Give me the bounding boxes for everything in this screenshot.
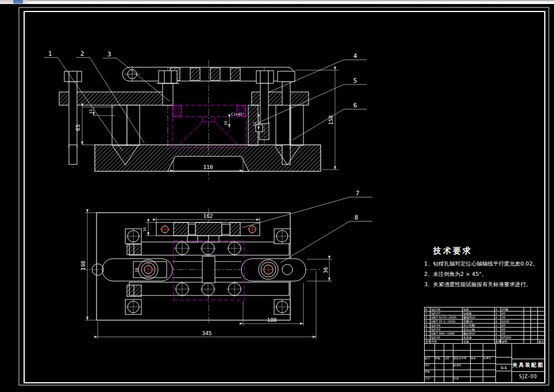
parts-cell-code: GB/T 898—1988	[430, 332, 463, 336]
parts-cell-qty: 1	[495, 336, 501, 340]
tech-req-item: 1、钻镗孔轴对定位心轴轴线平行度允差0.02。	[424, 259, 546, 269]
dim-16-plan: 16	[143, 227, 147, 232]
balloon-5: 5	[353, 77, 357, 84]
balloon-8: 8	[355, 214, 359, 221]
parts-row: 3 SJZ-03 定位心轴 1 45	[425, 328, 544, 332]
drawing-number: SJZ-00	[512, 372, 544, 383]
shaft-housing-left	[92, 259, 172, 281]
dim-15: 15	[89, 109, 93, 114]
tech-req-item: 3、夹紧强度性能试验按有关标准要求进行。	[424, 279, 546, 290]
dim-100: 100	[267, 317, 276, 323]
scale-value: 1:1	[496, 364, 512, 371]
parts-cell-mat: HT200	[501, 336, 524, 340]
drawing-title: 夹具装配图	[512, 359, 544, 372]
balloon-1: 1	[48, 50, 52, 57]
parts-cell-qty: 2	[495, 320, 501, 324]
parts-cell-no: 7	[425, 312, 430, 316]
parts-cell-qty: 1	[495, 312, 501, 316]
parts-cell-mat: 35	[501, 316, 524, 320]
parts-cell-name: 开口垫圈	[463, 324, 495, 328]
plan-view	[80, 208, 322, 323]
dim-110: 110	[203, 164, 213, 170]
balloon-4: 4	[353, 52, 357, 60]
parts-cell-code: GB/T 97.1—2002	[430, 320, 463, 324]
clamp-left	[59, 71, 179, 148]
cad-canvas[interactable]: 65 15 158 110 16 12 C1×45° 1 2 3 4 5	[0, 4, 554, 392]
tech-req-item: 2、未注倒角为2 × 45°。	[424, 269, 546, 279]
parts-row: 2 GB/T 898—1988 螺柱M16 2 35	[425, 332, 544, 336]
parts-cell-code: SJZ-04	[430, 324, 463, 328]
parts-cell-name: 螺母M16	[463, 316, 495, 320]
title-block: 8 SJZ-08 钻套 2 20钢 7 SJZ-07 钻模板 1 45 6	[424, 307, 545, 383]
parts-row: 5 GB/T 97.1—2002 垫圈16 2 Q235	[425, 320, 544, 324]
parts-list: 8 SJZ-08 钻套 2 20钢 7 SJZ-07 钻模板 1 45 6	[425, 308, 544, 344]
dim-18: 18	[134, 268, 139, 272]
tech-req-title: 技术要求	[433, 246, 546, 256]
dim-16-front: 16	[224, 121, 228, 125]
dim-12: 12	[253, 122, 257, 126]
dim-198: 198	[80, 260, 86, 270]
dim-65: 65	[75, 124, 81, 130]
parts-cell-name: 螺柱M16	[463, 332, 495, 336]
parts-header-name: 名称	[463, 340, 495, 344]
rail-upper	[129, 240, 289, 256]
parts-cell-no: 3	[425, 328, 430, 332]
technical-requirements: 技术要求 1、钻镗孔轴对定位心轴轴线平行度允差0.02。 2、未注倒角为2 × …	[424, 246, 546, 290]
parts-header-code: 代号	[430, 340, 463, 344]
parts-cell-name: 夹具体	[463, 336, 495, 340]
parts-row: 6 GB/T 6170—2000 螺母M16 2 35	[425, 316, 544, 320]
parts-cell-qty: 2	[495, 332, 501, 336]
parts-cell-no: 4	[425, 324, 430, 328]
parts-cell-no: 2	[425, 332, 430, 336]
parts-cell-no: 5	[425, 320, 430, 324]
clamp-right	[248, 71, 309, 148]
dim-158: 158	[328, 115, 334, 125]
parts-cell-name: 定位心轴	[463, 328, 495, 332]
parts-cell-code: SJZ-07	[430, 312, 463, 316]
balloon-2: 2	[80, 50, 84, 57]
dim-345: 345	[202, 330, 211, 336]
parts-header-qty: 数量	[495, 340, 501, 344]
parts-cell-code: SJZ-08	[430, 308, 463, 312]
parts-cell-code: GB/T 6170—2000	[430, 316, 463, 320]
parts-cell-no: 1	[425, 336, 430, 340]
parts-row: 1 SJZ-01 夹具体 1 HT200	[425, 336, 544, 340]
parts-row: 8 SJZ-08 钻套 2 20钢	[425, 308, 544, 312]
parts-header-rem: 备注	[538, 340, 544, 344]
dim-36: 36	[322, 267, 329, 274]
dim-162: 162	[203, 213, 213, 219]
parts-cell-qty: 2	[495, 316, 501, 320]
parts-row: 7 SJZ-07 钻模板 1 45	[425, 312, 544, 316]
balloon-6: 6	[353, 102, 357, 109]
drill-template-bar	[156, 222, 260, 242]
parts-cell-no: 8	[425, 308, 430, 312]
app-window: 65 15 158 110 16 12 C1×45° 1 2 3 4 5	[0, 0, 554, 392]
parts-cell-mat: 45	[501, 328, 524, 332]
signature-grid: 标记处数分区更改文件号签名年月日 设计标准化 审核 工艺批准	[425, 344, 496, 383]
parts-cell-qty: 1	[495, 328, 501, 332]
parts-row: 4 SJZ-04 开口垫圈 1 45	[425, 324, 544, 328]
dim-chamfer: C1×45°	[231, 112, 244, 117]
parts-cell-name: 垫圈16	[463, 320, 495, 324]
parts-cell-qty: 1	[495, 324, 501, 328]
parts-cell-mat: 45	[501, 312, 524, 316]
parts-cell-code: SJZ-03	[430, 328, 463, 332]
parts-cell-mat: 35	[501, 332, 524, 336]
parts-cell-mat: 20钢	[501, 308, 524, 312]
parts-cell-mat: Q235	[501, 320, 524, 324]
balloon-7: 7	[356, 190, 360, 197]
scale-column: 1:1	[496, 344, 512, 383]
parts-cell-qty: 2	[495, 308, 501, 312]
drawing-name-column: 夹具装配图 SJZ-00	[512, 344, 544, 383]
rail-lower	[129, 281, 289, 297]
toolbar-strip	[0, 0, 554, 4]
parts-header-mat: 材料	[501, 340, 524, 344]
parts-cell-name: 钻套	[463, 308, 495, 312]
parts-header-no: 序号	[425, 340, 430, 344]
front-view	[59, 60, 321, 179]
app-icon[interactable]	[13, 0, 23, 3]
balloon-3: 3	[107, 51, 111, 58]
parts-cell-mat: 45	[501, 324, 524, 328]
parts-cell-no: 6	[425, 316, 430, 320]
parts-cell-code: SJZ-01	[430, 336, 463, 340]
